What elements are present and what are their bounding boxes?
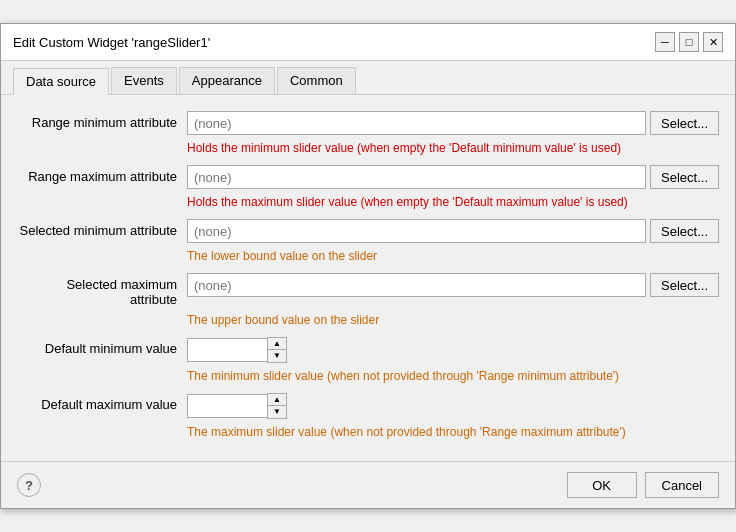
dialog-title: Edit Custom Widget 'rangeSlider1'	[13, 35, 210, 50]
selected-minimum-label: Selected minimum attribute	[17, 219, 187, 238]
range-maximum-help: Holds the maximum slider value (when emp…	[187, 195, 719, 209]
selected-minimum-select-button[interactable]: Select...	[650, 219, 719, 243]
selected-minimum-row: Selected minimum attribute Select...	[17, 219, 719, 243]
selected-maximum-label: Selected maximum attribute	[17, 273, 187, 307]
footer: ? OK Cancel	[1, 461, 735, 508]
maximize-button[interactable]: □	[679, 32, 699, 52]
default-maximum-label: Default maximum value	[17, 393, 187, 412]
range-maximum-select-button[interactable]: Select...	[650, 165, 719, 189]
close-button[interactable]: ✕	[703, 32, 723, 52]
tab-appearance[interactable]: Appearance	[179, 67, 275, 94]
tabs: Data source Events Appearance Common	[1, 61, 735, 95]
minimize-button[interactable]: ─	[655, 32, 675, 52]
range-minimum-label: Range minimum attribute	[17, 111, 187, 130]
range-maximum-label: Range maximum attribute	[17, 165, 187, 184]
selected-maximum-help: The upper bound value on the slider	[187, 313, 719, 327]
default-minimum-spinner: 0 ▲ ▼	[187, 337, 287, 363]
help-icon-button[interactable]: ?	[17, 473, 41, 497]
tab-events[interactable]: Events	[111, 67, 177, 94]
range-minimum-select-button[interactable]: Select...	[650, 111, 719, 135]
default-maximum-decrement-button[interactable]: ▼	[268, 406, 286, 418]
dialog: Edit Custom Widget 'rangeSlider1' ─ □ ✕ …	[0, 23, 736, 509]
default-maximum-increment-button[interactable]: ▲	[268, 394, 286, 406]
range-maximum-row: Range maximum attribute Select...	[17, 165, 719, 189]
selected-maximum-input[interactable]	[187, 273, 646, 297]
default-minimum-decrement-button[interactable]: ▼	[268, 350, 286, 362]
default-maximum-spinner-buttons: ▲ ▼	[267, 393, 287, 419]
tab-data-source[interactable]: Data source	[13, 68, 109, 95]
footer-left: ?	[17, 473, 41, 497]
selected-maximum-select-button[interactable]: Select...	[650, 273, 719, 297]
range-maximum-input-group: Select...	[187, 165, 719, 189]
range-minimum-row: Range minimum attribute Select...	[17, 111, 719, 135]
default-minimum-help: The minimum slider value (when not provi…	[187, 369, 719, 383]
default-minimum-label: Default minimum value	[17, 337, 187, 356]
footer-right: OK Cancel	[567, 472, 719, 498]
cancel-button[interactable]: Cancel	[645, 472, 719, 498]
range-minimum-help: Holds the minimum slider value (when emp…	[187, 141, 719, 155]
default-minimum-input-group: 0 ▲ ▼	[187, 337, 719, 363]
default-minimum-value[interactable]: 0	[187, 338, 267, 362]
selected-minimum-input[interactable]	[187, 219, 646, 243]
title-bar: Edit Custom Widget 'rangeSlider1' ─ □ ✕	[1, 24, 735, 61]
default-minimum-row: Default minimum value 0 ▲ ▼	[17, 337, 719, 363]
default-minimum-spinner-buttons: ▲ ▼	[267, 337, 287, 363]
default-maximum-help: The maximum slider value (when not provi…	[187, 425, 719, 439]
ok-button[interactable]: OK	[567, 472, 637, 498]
title-bar-controls: ─ □ ✕	[655, 32, 723, 52]
default-maximum-row: Default maximum value 100 ▲ ▼	[17, 393, 719, 419]
selected-minimum-help: The lower bound value on the slider	[187, 249, 719, 263]
selected-minimum-input-group: Select...	[187, 219, 719, 243]
default-maximum-spinner: 100 ▲ ▼	[187, 393, 287, 419]
default-maximum-input-group: 100 ▲ ▼	[187, 393, 719, 419]
range-maximum-input[interactable]	[187, 165, 646, 189]
content-area: Range minimum attribute Select... Holds …	[1, 95, 735, 461]
default-minimum-increment-button[interactable]: ▲	[268, 338, 286, 350]
range-minimum-input[interactable]	[187, 111, 646, 135]
selected-maximum-row: Selected maximum attribute Select...	[17, 273, 719, 307]
selected-maximum-input-group: Select...	[187, 273, 719, 297]
default-maximum-value[interactable]: 100	[187, 394, 267, 418]
tab-common[interactable]: Common	[277, 67, 356, 94]
range-minimum-input-group: Select...	[187, 111, 719, 135]
